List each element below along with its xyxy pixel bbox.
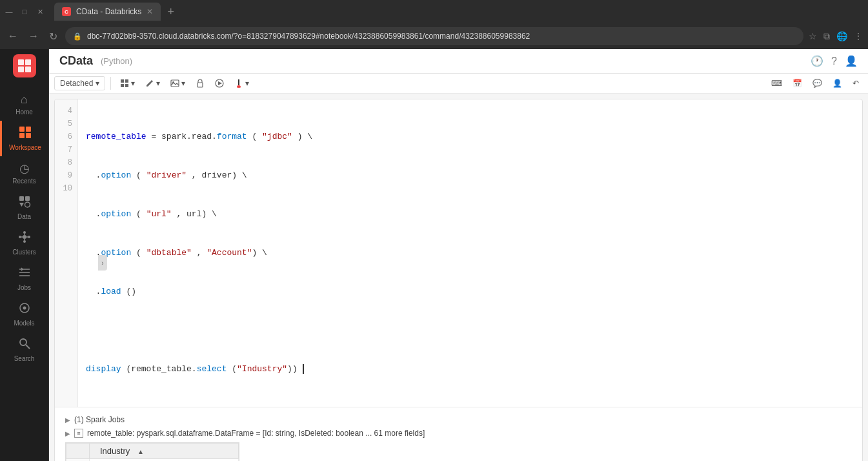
line-numbers: 4 5 6 7 8 9 10 (55, 99, 78, 407)
run-button[interactable] (211, 77, 228, 90)
url-bar[interactable]: 🔒 dbc-77d02bb9-3570.cloud.databricks.com… (65, 27, 803, 45)
lock-icon: 🔒 (73, 32, 82, 41)
code-line-4: remote_table = spark.read.format ( "jdbc… (86, 130, 854, 143)
cluster-selector-arrow: ▾ (96, 79, 99, 88)
sidebar-item-search[interactable]: Search (0, 332, 48, 367)
cell-output: ▶ (1) Spark Jobs ▶ ≡ remote_table: pyspa… (55, 407, 862, 461)
sort-arrow[interactable]: ▲ (137, 448, 144, 455)
minimize-button[interactable]: — (5, 8, 13, 15)
bookmark-icon[interactable]: ☆ (809, 31, 817, 41)
line-num-10: 10 (55, 182, 77, 195)
close-button[interactable]: ✕ (36, 8, 44, 15)
svg-rect-7 (26, 133, 31, 138)
back-button[interactable]: ← (5, 28, 21, 45)
sidebar-item-recents[interactable]: ◷ Recents (0, 156, 48, 190)
clusters-icon (18, 230, 31, 247)
line-num-6: 6 (55, 130, 77, 143)
svg-rect-9 (25, 196, 30, 201)
lock-button[interactable] (192, 77, 208, 90)
user-button[interactable]: 👤 (829, 77, 846, 90)
industry-column-header[interactable]: Industry ▲ (90, 444, 239, 459)
svg-rect-30 (121, 84, 124, 87)
clock-icon[interactable]: 🕐 (811, 55, 823, 67)
svg-point-25 (23, 307, 26, 310)
spark-jobs-row[interactable]: ▶ (1) Spark Jobs (65, 413, 852, 427)
svg-point-26 (20, 339, 26, 345)
cell-body: 4 5 6 7 8 9 10 remote_table = spark.read… (55, 99, 862, 407)
notebook-header: CData (Python) 🕐 ? 👤 (49, 49, 868, 74)
svg-rect-32 (171, 80, 179, 87)
schema-row[interactable]: ▶ ≡ remote_table: pyspark.sql.dataframe.… (65, 427, 852, 440)
code-line-5: .option ( "driver" , driver) \ (86, 169, 854, 182)
row-number: 1 (66, 459, 90, 462)
address-bar: ← → ↻ 🔒 dbc-77d02bb9-3570.cloud.databric… (0, 23, 868, 49)
edit-button[interactable]: ▾ (141, 77, 164, 90)
workspace-icon (19, 126, 32, 142)
image-button[interactable]: ▾ (167, 77, 189, 90)
sidebar-item-data[interactable]: Data (0, 190, 48, 225)
refresh-button[interactable]: ↻ (46, 28, 60, 45)
help-icon[interactable]: ? (831, 56, 837, 67)
undo-button[interactable]: ↶ (849, 77, 863, 90)
svg-marker-36 (218, 81, 222, 85)
sidebar-logo (13, 54, 36, 77)
svg-rect-3 (25, 67, 31, 72)
sidebar-item-jobs[interactable]: Jobs (0, 261, 48, 296)
sidebar-item-label: Clusters (12, 249, 36, 256)
svg-point-16 (28, 236, 30, 238)
code-line-9 (86, 324, 854, 337)
notebook-scroll[interactable]: 4 5 6 7 8 9 10 remote_table = spark.read… (49, 94, 868, 461)
window-controls: — □ ✕ (5, 8, 44, 15)
sidebar-item-models[interactable]: Models (0, 296, 48, 332)
home-icon: ⌂ (21, 93, 28, 107)
comment-button[interactable]: 💬 (809, 77, 826, 90)
svg-rect-34 (197, 83, 203, 87)
industry-value: Biotechnology (90, 459, 239, 462)
svg-point-12 (23, 235, 26, 239)
svg-rect-5 (26, 127, 31, 132)
active-tab[interactable]: C CData - Databricks ✕ (54, 3, 161, 21)
svg-rect-2 (18, 67, 24, 72)
user-icon[interactable]: 👤 (845, 55, 858, 67)
toolbar-right: ⌨ 📅 💬 👤 ↶ (767, 77, 863, 90)
schema-text: remote_table: pyspark.sql.dataframe.Data… (87, 429, 425, 438)
recents-icon: ◷ (19, 161, 30, 176)
tab-close-button[interactable]: ✕ (146, 7, 153, 16)
code-view-button[interactable]: ▾ (116, 77, 139, 90)
data-table: Industry ▲ 1 Biotechnology 2 Electronics… (66, 443, 239, 461)
sidebar-item-workspace[interactable]: Workspace (0, 121, 48, 156)
code-view-label: ▾ (131, 79, 135, 88)
maximize-button[interactable]: □ (21, 8, 28, 15)
forward-button[interactable]: → (26, 28, 41, 45)
svg-rect-28 (121, 79, 124, 83)
code-line-8: .load () (86, 285, 854, 298)
cluster-selector-label: Detached (60, 79, 93, 88)
svg-rect-8 (19, 196, 24, 201)
code-content[interactable]: remote_table = spark.read.format ( "jdbc… (78, 99, 862, 407)
keyboard-button[interactable]: ⌨ (767, 77, 786, 90)
models-icon (18, 302, 31, 318)
sidebar-item-clusters[interactable]: Clusters (0, 225, 48, 261)
sidebar-toggle-button[interactable]: › (98, 255, 107, 271)
line-num-7: 7 (55, 143, 77, 156)
tab-title: CData - Databricks (76, 7, 141, 16)
sidebar-item-label: Search (14, 355, 35, 362)
color-button[interactable]: ▾ (230, 77, 253, 90)
sidebar-item-label: Workspace (9, 144, 41, 151)
svg-rect-31 (125, 84, 128, 87)
code-line-6: .option ( "url" , url) \ (86, 208, 854, 221)
notebook-title: CData (59, 54, 93, 68)
extensions-icon[interactable]: ⧉ (823, 31, 830, 42)
spark-jobs-arrow: ▶ (65, 416, 70, 424)
svg-line-27 (26, 345, 30, 349)
url-text: dbc-77d02bb9-3570.cloud.databricks.com/?… (87, 32, 796, 41)
new-tab-button[interactable]: + (163, 5, 178, 19)
profile-icon[interactable]: 🌐 (836, 31, 847, 41)
calendar-button[interactable]: 📅 (789, 77, 806, 90)
cluster-selector[interactable]: Detached ▾ (54, 76, 105, 90)
svg-point-15 (19, 236, 21, 238)
schema-arrow: ▶ (65, 430, 70, 437)
menu-icon[interactable]: ⋮ (854, 31, 863, 41)
line-num-5: 5 (55, 118, 77, 130)
sidebar-item-home[interactable]: ⌂ Home (0, 88, 48, 121)
